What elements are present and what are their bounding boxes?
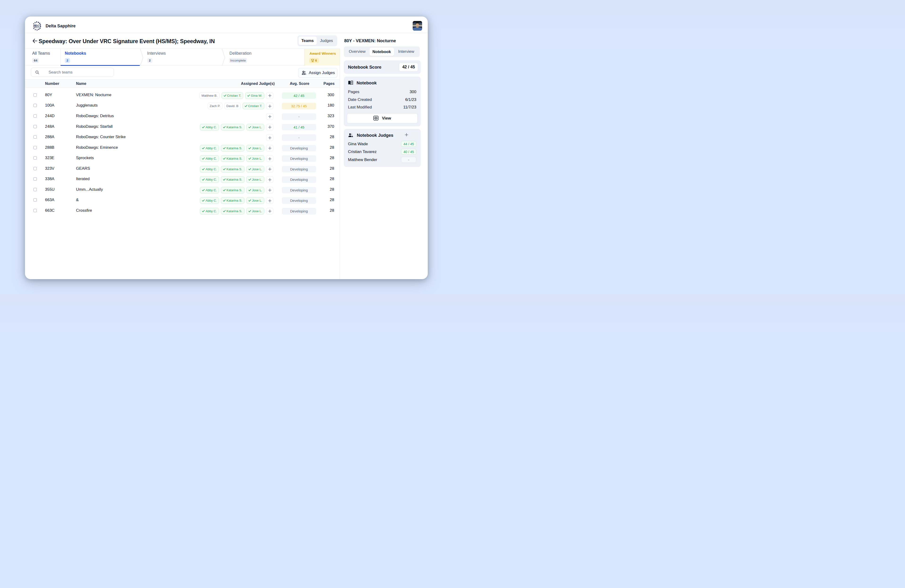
svg-text:FOUNDATION: FOUNDATION <box>33 27 39 28</box>
